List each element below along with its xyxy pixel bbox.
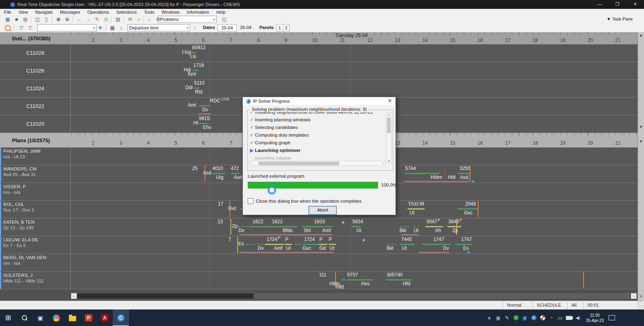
panel-2-button[interactable]: 2 (283, 24, 290, 31)
menu-item-selections[interactable]: Selections (116, 10, 137, 15)
horizontal-scrollbar[interactable]: ‹ › (0, 289, 638, 301)
home-icon[interactable]: ⌂ (146, 16, 153, 23)
scrollbar-thumb[interactable] (77, 293, 254, 299)
dialog-horizontal-scrollbar[interactable]: ‹ › (248, 161, 385, 166)
scroll-up-icon[interactable]: ∧ (387, 113, 391, 117)
back-icon[interactable]: ← (76, 16, 83, 23)
scrollbar-thumb[interactable] (387, 118, 391, 133)
taskbar-start-icon[interactable]: ⊞ (0, 309, 16, 326)
gantt-row[interactable]: C11028Llsg80912Lls (0, 44, 638, 62)
sort-combo[interactable]: Departure time ∨ (127, 24, 190, 31)
tray-monitor-icon[interactable]: ▭ (556, 309, 565, 326)
trip-bar[interactable] (285, 244, 292, 245)
scroll-right-icon[interactable]: › (631, 293, 637, 299)
date-from-field[interactable]: 25-04 (217, 24, 237, 31)
dialog-close-icon[interactable]: ✕ (388, 98, 392, 104)
list-icon[interactable]: ▤ (114, 16, 122, 23)
trip-bar[interactable] (408, 208, 425, 210)
driver-name-cell[interactable]: BOL, CHLGvc 17 - Gvc 3 (0, 201, 70, 218)
tray-bluetooth-icon[interactable]: B (529, 309, 538, 326)
minimize-button[interactable]: — (591, 0, 609, 9)
trip-bar[interactable] (303, 244, 319, 245)
trip-bar[interactable] (302, 226, 333, 227)
trip-bar[interactable] (212, 173, 226, 174)
abort-button[interactable]: Abort (309, 206, 337, 215)
scroll-down-icon[interactable]: ▼ (638, 34, 644, 38)
sort-icon[interactable]: ↓ (118, 24, 125, 31)
scroll-right-icon[interactable]: › (383, 161, 384, 166)
driver-name-cell[interactable]: BERG, RL VAN DENn/a - n/a (0, 254, 70, 272)
scrollbar-thumb[interactable] (259, 162, 339, 165)
mail-icon[interactable]: ✉ (126, 16, 134, 23)
trip-bar-dashed[interactable] (400, 226, 409, 227)
driver-name-cell[interactable]: VISSER, Pn/a - n/a (0, 183, 70, 201)
phone-icon[interactable]: ▯ (43, 16, 50, 23)
driver-name-cell[interactable]: WANDERS, CMAsd 25 - Asd 31 (0, 165, 70, 183)
tray-battery-icon[interactable] (565, 309, 574, 326)
scroll-left-icon[interactable]: ‹ (71, 293, 77, 299)
scroll-down-icon[interactable]: ∨ (387, 159, 391, 162)
tray-speaker-icon[interactable]: ◀) (574, 309, 582, 326)
trip-bar[interactable] (342, 279, 346, 280)
gantt-row[interactable]: KATEN, B TENZp 13 - Zp 10913ZpDv16221622… (0, 218, 638, 236)
tray-photos-icon[interactable]: ▣ (520, 309, 529, 326)
trip-bar[interactable] (347, 279, 373, 280)
notification-center-icon[interactable] (607, 309, 616, 326)
taskbar-taskview-icon[interactable]: ▣ (32, 309, 48, 326)
driver-name-cell[interactable]: PHILIPSEN, JWMn/a - Ut 23 (0, 147, 70, 165)
trip-bar[interactable] (199, 105, 210, 106)
problems-combo[interactable]: Problems ∨ (158, 16, 217, 23)
trip-bar[interactable] (265, 244, 284, 245)
driver-name-cell[interactable]: SULSTERS, JHfdo 111 - Hfdo 111 (0, 272, 70, 289)
funnel-apply-icon[interactable]: ▼ (97, 24, 104, 31)
trip-bar-dashed[interactable] (414, 226, 418, 227)
trip-bar[interactable] (458, 173, 470, 174)
filter-combo[interactable]: ∨ (37, 24, 97, 31)
taskbar-chrome-icon[interactable] (48, 309, 64, 326)
trip-bar[interactable] (352, 226, 360, 227)
godate-icon[interactable]: ↓ (191, 24, 198, 31)
scroll-down-icon[interactable]: ∨ (638, 294, 644, 298)
gantt-row[interactable]: LEEUW, ELA DEEs 7 - Es 67EsDv1724PAmfPUt… (0, 236, 638, 254)
driver-name-cell[interactable]: LEEUW, ELA DEEs 7 - Es 6 (0, 236, 70, 254)
scrollbar-track[interactable] (77, 293, 630, 299)
trip-bar-dashed[interactable] (387, 244, 396, 245)
trip-bar[interactable] (400, 244, 414, 245)
scroll-down-icon[interactable]: ▼ (638, 125, 644, 129)
trip-bar[interactable] (329, 244, 336, 245)
operator-icon[interactable]: ☻ (13, 16, 20, 23)
tray-image-icon[interactable]: ▣ (494, 309, 503, 326)
workspace-icon[interactable]: ◱ (221, 16, 228, 23)
history-icon[interactable]: ◷ (102, 16, 110, 23)
task-pane-toggle[interactable]: ▼ Task Pane (607, 17, 633, 21)
bulb-icon[interactable]: ● (135, 16, 143, 23)
dialog-vertical-scrollbar[interactable]: ∧ ∨ (386, 112, 391, 163)
menu-item-operations[interactable]: Operations (87, 10, 109, 15)
gantt-row[interactable]: C11024Ddr5110Rtd (0, 80, 638, 98)
tray-defender-icon[interactable] (538, 309, 547, 326)
trip-bar[interactable] (193, 70, 198, 71)
trip-bar[interactable] (199, 123, 209, 124)
taskbar-explorer-icon[interactable] (64, 309, 81, 326)
tray-shield-icon[interactable]: ✓ (511, 309, 520, 326)
trip-bar[interactable] (457, 208, 478, 210)
menu-item-help[interactable]: Help (216, 10, 226, 15)
funnel-icon[interactable]: ▽ (18, 24, 25, 31)
trip-bar[interactable] (231, 173, 240, 174)
menu-item-tools[interactable]: Tools (144, 10, 155, 15)
trip-bar[interactable] (455, 244, 472, 245)
menu-item-navigate[interactable]: Navigate (35, 10, 52, 15)
trip-bar[interactable] (191, 52, 197, 53)
close-button[interactable]: ✕ (626, 0, 644, 9)
driver-name-cell[interactable]: KATEN, B TENZp 13 - Zp 109 (0, 218, 70, 236)
trip-bar[interactable] (194, 87, 199, 89)
menu-item-view[interactable]: View (19, 10, 28, 15)
menu-item-messages[interactable]: Messages (60, 10, 80, 15)
close-dialog-checkbox[interactable] (248, 198, 253, 204)
date-to-value[interactable]: 26-04 (240, 25, 251, 30)
edit-icon[interactable]: ✎ (93, 16, 101, 23)
scroll-down-icon[interactable]: ▼ (638, 139, 644, 143)
taskbar-clock[interactable]: 11:2025-Apr-23 (582, 313, 607, 323)
vertical-scrollbar[interactable]: ▼ ▼ ▼ ∨ (638, 32, 644, 301)
trip-bar[interactable] (447, 226, 461, 227)
